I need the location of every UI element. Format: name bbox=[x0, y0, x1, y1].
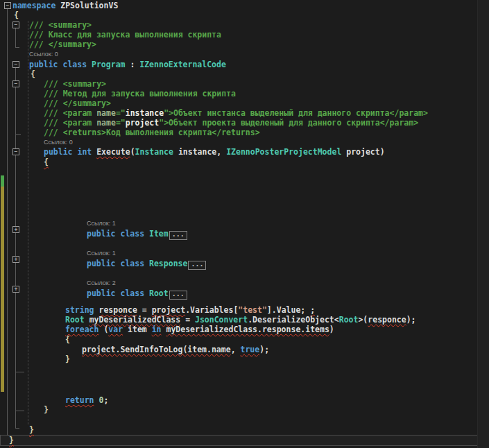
code-line[interactable]: foreach (var item in myDeserializedClass… bbox=[65, 325, 334, 334]
code-token: name bbox=[96, 108, 116, 118]
fold-expand-icon[interactable]: + bbox=[12, 256, 19, 263]
code-token: Root bbox=[339, 315, 359, 325]
code-line[interactable]: public class Root... bbox=[87, 288, 187, 300]
code-token: ); bbox=[406, 315, 416, 325]
code-token: responce bbox=[368, 315, 406, 325]
code-line[interactable]: /// Метод для запуска выполнения скрипта bbox=[44, 89, 236, 98]
code-token: /// </summary> bbox=[44, 98, 111, 108]
collapsed-region-box[interactable]: ... bbox=[188, 261, 206, 270]
fold-collapse-icon[interactable]: − bbox=[12, 21, 19, 28]
code-token: namespace bbox=[12, 1, 55, 10]
code-line[interactable]: { bbox=[31, 69, 35, 79]
code-token: } bbox=[29, 425, 34, 435]
code-line[interactable]: /// Класс для запуска выполнения скрипта bbox=[29, 30, 221, 40]
code-token: true bbox=[241, 345, 260, 354]
code-token: ; bbox=[310, 305, 315, 315]
code-token: ; bbox=[103, 395, 108, 405]
codelens-references[interactable]: Ссылок: 0 bbox=[29, 51, 58, 58]
code-token: >( bbox=[358, 315, 368, 325]
code-token: ) bbox=[329, 325, 334, 334]
fold-expand-icon[interactable]: + bbox=[12, 226, 19, 233]
fold-expand-icon[interactable]: + bbox=[12, 286, 19, 293]
code-token: project bbox=[341, 147, 379, 157]
code-token: , bbox=[216, 147, 226, 157]
code-line[interactable]: project.SendInfoToLog(item.name, true); bbox=[82, 345, 269, 354]
code-token: public class bbox=[87, 259, 149, 268]
code-token: myDeserializedClass bbox=[89, 315, 181, 325]
outline-region-end-tick bbox=[15, 428, 19, 429]
code-line[interactable]: { bbox=[14, 10, 19, 20]
indent-guide bbox=[28, 21, 28, 424]
code-token: name bbox=[96, 118, 116, 128]
code-line[interactable]: public class Program : IZennoExternalCod… bbox=[29, 60, 226, 69]
code-line[interactable]: /// <param name="project">Объект проекта… bbox=[44, 118, 418, 128]
code-line[interactable]: } bbox=[44, 405, 49, 415]
code-token: { bbox=[31, 69, 35, 79]
code-token: responce bbox=[98, 305, 137, 315]
code-line[interactable]: string responce = project.Variables["tes… bbox=[65, 305, 315, 315]
code-token: /// </summary> bbox=[29, 40, 96, 49]
code-line[interactable]: namespace ZPSolutionVS bbox=[12, 1, 118, 10]
codelens-references[interactable]: Ссылок: 2 bbox=[87, 279, 116, 287]
code-token: = bbox=[180, 315, 195, 325]
code-line[interactable]: /// <returns>Код выполнения скрипта</ret… bbox=[44, 128, 260, 137]
code-token: Ссылок: 0 bbox=[29, 51, 58, 58]
code-token: project bbox=[126, 118, 159, 128]
code-editor[interactable]: namespace ZPSolutionVS{/// <summary>/// … bbox=[0, 0, 489, 448]
collapsed-region-box[interactable]: ... bbox=[169, 231, 187, 240]
codelens-references[interactable]: Ссылок: 1 bbox=[87, 220, 116, 227]
outline-region-line bbox=[15, 28, 16, 47]
code-token bbox=[85, 315, 89, 325]
code-token: Execute bbox=[96, 147, 130, 157]
code-line[interactable]: } bbox=[9, 436, 14, 445]
code-token: /// <param bbox=[44, 118, 96, 128]
code-token: myDeserializedClass.response.items bbox=[166, 325, 329, 334]
codelens-references[interactable]: Ссылок: 1 bbox=[87, 250, 116, 257]
code-token: } bbox=[9, 436, 14, 445]
code-token: Instance bbox=[135, 147, 173, 157]
fold-collapse-icon[interactable]: − bbox=[12, 61, 19, 68]
outline-region-end-tick bbox=[15, 47, 19, 48]
code-token: } bbox=[65, 354, 70, 364]
code-token: public class bbox=[29, 60, 92, 69]
outline-region-end-tick bbox=[15, 372, 24, 372]
code-line[interactable]: { bbox=[65, 335, 70, 345]
code-line[interactable]: return 0; bbox=[65, 395, 108, 405]
code-token: instance bbox=[126, 108, 164, 118]
code-token: ) bbox=[380, 147, 385, 157]
code-line[interactable]: /// <summary> bbox=[44, 79, 106, 89]
code-token: /// Метод для запуска выполнения скрипта bbox=[44, 89, 236, 98]
code-token: ">Объект инстанса выделеный для данного … bbox=[164, 108, 428, 118]
code-token: Ссылок: 1 bbox=[87, 250, 116, 257]
outline-region-line bbox=[15, 68, 16, 428]
code-line[interactable]: /// <param name="instance">Объект инстан… bbox=[44, 108, 428, 118]
code-token: project bbox=[152, 305, 185, 315]
code-token: Ссылок: 2 bbox=[87, 279, 116, 286]
code-line[interactable]: Root myDeserializedClass = JsonConvert.D… bbox=[65, 315, 416, 325]
code-line[interactable]: { bbox=[44, 157, 49, 167]
code-token: Ссылок: 0 bbox=[44, 139, 73, 146]
code-line[interactable]: public class Item... bbox=[87, 229, 187, 240]
code-token: ; bbox=[300, 305, 310, 315]
code-line[interactable]: /// <summary> bbox=[29, 20, 92, 30]
code-line[interactable]: } bbox=[29, 425, 34, 435]
collapsed-region-box[interactable]: ... bbox=[169, 291, 187, 300]
code-token: in bbox=[152, 325, 162, 334]
code-line[interactable]: /// </summary> bbox=[29, 40, 96, 49]
code-token: Item bbox=[149, 229, 169, 239]
code-token: Root bbox=[65, 315, 85, 325]
code-token: /// <summary> bbox=[29, 20, 92, 30]
code-token: /// <returns>Код выполнения скрипта</ret… bbox=[44, 128, 260, 137]
code-line[interactable]: /// </summary> bbox=[44, 98, 111, 108]
code-token: ( bbox=[98, 325, 108, 334]
code-token: =" bbox=[116, 108, 126, 118]
fold-collapse-icon[interactable]: − bbox=[4, 2, 11, 9]
code-line[interactable]: public class Response... bbox=[87, 259, 206, 270]
fold-collapse-icon[interactable]: − bbox=[12, 148, 19, 155]
code-line[interactable]: } bbox=[65, 354, 70, 364]
code-token: public int bbox=[44, 147, 96, 157]
code-line[interactable]: public int Execute(Instance instance, IZ… bbox=[44, 147, 385, 157]
codelens-references[interactable]: Ссылок: 0 bbox=[44, 139, 73, 146]
fold-collapse-icon[interactable]: − bbox=[12, 80, 19, 87]
vertical-scrollbar[interactable] bbox=[477, 0, 489, 448]
